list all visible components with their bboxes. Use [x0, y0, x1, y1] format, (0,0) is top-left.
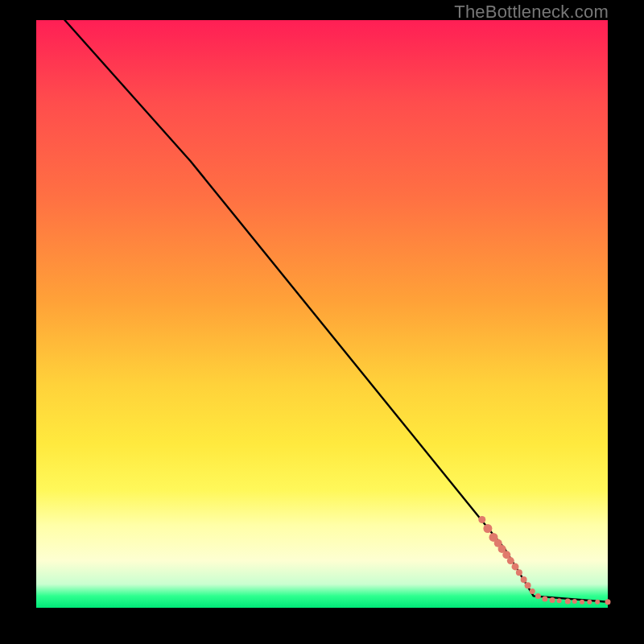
data-point: [507, 557, 514, 564]
data-point: [572, 599, 577, 604]
data-point: [535, 593, 541, 599]
data-point: [478, 516, 485, 523]
data-point: [512, 563, 519, 570]
data-point: [530, 588, 535, 594]
data-point: [565, 599, 571, 605]
chart-stage: TheBottleneck.com: [0, 0, 644, 644]
data-point: [550, 597, 555, 603]
data-point: [587, 600, 592, 605]
data-point: [557, 598, 562, 603]
data-point: [525, 582, 531, 588]
data-point: [542, 597, 547, 602]
data-point-group: [478, 516, 610, 605]
chart-overlay: [36, 20, 608, 608]
data-point: [516, 569, 522, 576]
data-point: [483, 524, 492, 533]
trend-line: [65, 20, 609, 602]
data-point: [605, 599, 611, 605]
data-point: [595, 600, 600, 605]
data-point: [521, 576, 527, 583]
data-point: [580, 600, 584, 605]
